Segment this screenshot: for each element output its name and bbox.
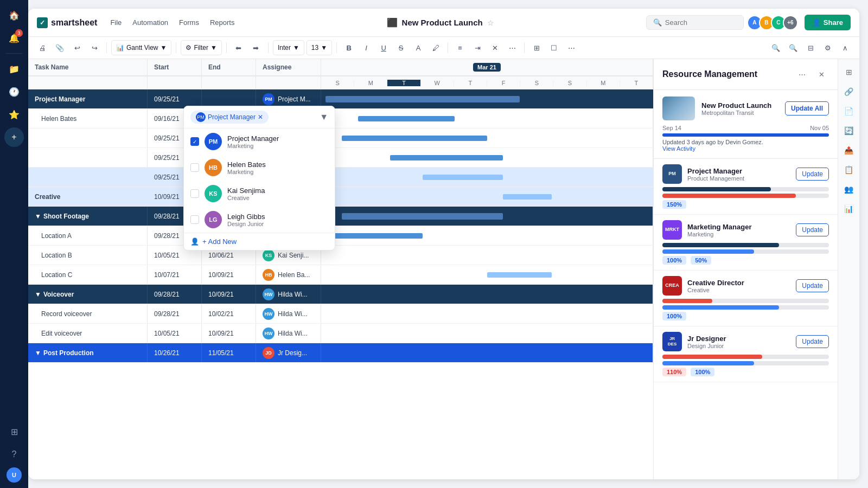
right-icon-doc[interactable]: 📄 (840, 102, 858, 120)
table-row[interactable]: Location A 09/28/21 10/02/21 KS Kai Senj… (28, 226, 653, 246)
print-button[interactable]: 🖨 (35, 40, 50, 55)
underline-button[interactable]: U (376, 40, 391, 55)
bar-fill-pm-2 (662, 194, 796, 198)
list-item[interactable]: HB Helen Bates Marketing (184, 155, 335, 181)
text-align-button[interactable]: ≡ (452, 40, 468, 55)
update-all-button[interactable]: Update All (785, 101, 829, 115)
table-row[interactable]: Location C 10/07/21 10/09/21 HB Helen Ba… (28, 265, 653, 285)
align-left-button[interactable]: ⬅ (231, 40, 246, 55)
collapse-button[interactable]: ⊟ (803, 40, 818, 55)
collapse-panel-button[interactable]: ∧ (838, 40, 853, 55)
grid-icon[interactable]: ⊞ (4, 422, 24, 441)
search-box[interactable]: 🔍 (646, 15, 744, 30)
panel-more-button[interactable]: ⋯ (794, 67, 809, 82)
percent-tag-mrkt-2: 50% (691, 256, 711, 265)
checkbox-3[interactable] (190, 215, 199, 224)
bar-track-mrkt-1 (662, 243, 829, 247)
logo-icon: ✓ (37, 17, 48, 28)
history-icon[interactable]: 🕐 (4, 82, 24, 101)
notifications-icon[interactable]: 🔔 3 (4, 28, 24, 48)
table-row[interactable]: ▼ Post Production 10/26/21 11/05/21 JD J… (28, 343, 653, 363)
table-row[interactable]: ▼ Voiceover 09/28/21 10/09/21 HW Hilda W… (28, 285, 653, 304)
folder-icon[interactable]: 📁 (4, 59, 24, 79)
tag-remove-icon[interactable]: ✕ (258, 113, 263, 121)
content-area: Task Name Start End Assignee Mar 21 (28, 59, 859, 479)
update-button-pm[interactable]: Update (796, 168, 829, 181)
selected-filter-tag[interactable]: PM Project Manager ✕ (190, 111, 269, 124)
right-icon-refresh[interactable]: 🔄 (840, 122, 858, 139)
gantt-view-label: Gantt View (126, 44, 158, 52)
attachment-button[interactable]: 📎 (52, 40, 67, 55)
gantt-view-dropdown[interactable]: 📊 Gantt View ▼ (111, 40, 171, 55)
filter-dropdown[interactable]: ⚙ Filter ▼ (181, 40, 222, 55)
extra-button[interactable]: ⋯ (564, 40, 579, 55)
view-activity-link[interactable]: View Activity (662, 145, 695, 152)
bold-button[interactable]: B (341, 40, 356, 55)
panel-header-actions: ⋯ ✕ (794, 67, 829, 82)
add-new-button[interactable]: 👤 + Add New (184, 233, 335, 250)
cal-day-7: S (520, 80, 553, 86)
list-item[interactable]: ✓ PM Project Manager Marketing (184, 129, 335, 155)
favorite-star-icon[interactable]: ☆ (487, 18, 494, 27)
font-dropdown[interactable]: Inter ▼ (273, 40, 304, 55)
right-icon-book[interactable]: 📋 (840, 161, 858, 178)
table-row[interactable]: Helen Bates 09/16/21 09/18/21 HB Helen B… (28, 109, 653, 129)
zoom-in-button[interactable]: 🔍 (768, 40, 783, 55)
home-icon[interactable]: 🏠 (4, 5, 24, 25)
nav-reports[interactable]: Reports (210, 16, 235, 29)
bar-track-jr-2 (662, 361, 829, 365)
table-row[interactable]: ▼ Shoot Footage 09/28/21 10/09/21 KS Kai… (28, 207, 653, 226)
font-size-dropdown[interactable]: 13 ▼ (307, 40, 332, 55)
table-row[interactable]: Project Manager 09/25/21 PM Project M... (28, 89, 653, 109)
checkbox-1[interactable] (190, 163, 199, 172)
right-icon-grid[interactable]: ⊞ (840, 63, 858, 81)
align-right-button[interactable]: ➡ (248, 40, 264, 55)
panel-close-button[interactable]: ✕ (814, 67, 829, 82)
checkbox-0[interactable]: ✓ (190, 137, 199, 146)
update-button-jr[interactable]: Update (796, 335, 829, 348)
table-row[interactable]: 09/25/21 LG Leigh Gi... (28, 148, 653, 168)
checkbox-2[interactable] (190, 189, 199, 198)
nav-file[interactable]: File (110, 16, 122, 29)
list-item[interactable]: KS Kai Senjima Creative (184, 181, 335, 207)
list-item[interactable]: LG Leigh Gibbs Design Junior (184, 207, 335, 233)
strikethrough-button[interactable]: S (393, 40, 409, 55)
end-column-header: End (202, 59, 256, 75)
project-thumbnail (662, 97, 695, 120)
zoom-out-button[interactable]: 🔍 (786, 40, 801, 55)
font-chevron-icon: ▼ (293, 44, 299, 52)
highlight-button[interactable]: ☐ (546, 40, 561, 55)
add-icon[interactable]: + (4, 127, 24, 147)
table-row[interactable]: Location B 10/05/21 10/06/21 KS Kai Senj… (28, 246, 653, 265)
italic-button[interactable]: I (359, 40, 374, 55)
table-row[interactable]: Edit voiceover 10/05/21 10/09/21 HW Hild… (28, 324, 653, 343)
gantt-column-headers: Task Name Start End Assignee Mar 21 (28, 59, 653, 76)
nav-automation[interactable]: Automation (132, 16, 168, 29)
clear-format-button[interactable]: ✕ (487, 40, 502, 55)
nav-forms[interactable]: Forms (179, 16, 199, 29)
settings-button[interactable]: ⚙ (820, 40, 835, 55)
user-avatar-icon[interactable]: U (7, 467, 22, 483)
search-input[interactable] (665, 18, 730, 27)
table-row[interactable]: Creative 10/09/21 CR Creative... (28, 187, 653, 207)
right-icon-chart[interactable]: 📊 (840, 200, 858, 217)
share-button[interactable]: 👤 Share (805, 15, 851, 30)
resource-item-mrkt: MRKT Marketing Manager Marketing Update (654, 215, 838, 271)
right-icon-export[interactable]: 📤 (840, 142, 858, 159)
text-color-button[interactable]: A (411, 40, 426, 55)
table-row[interactable]: Record voiceover 09/28/21 10/02/21 HW Hi… (28, 304, 653, 324)
indent-button[interactable]: ⇥ (470, 40, 485, 55)
update-button-mrkt[interactable]: Update (796, 223, 829, 236)
undo-button[interactable]: ↩ (69, 40, 85, 55)
redo-button[interactable]: ↪ (87, 40, 102, 55)
star-icon[interactable]: ⭐ (4, 105, 24, 124)
right-icon-link[interactable]: 🔗 (840, 83, 858, 100)
table-row[interactable]: 09/25/21 HB Helen Ba... (28, 129, 653, 148)
right-icon-resource[interactable]: 👥 (840, 181, 858, 198)
highlight-color-button[interactable]: 🖊 (428, 40, 443, 55)
table-row[interactable]: 09/25/21 LG Leigh Gi... (28, 168, 653, 187)
update-button-crea[interactable]: Update (796, 279, 829, 292)
more-format-button[interactable]: ⋯ (505, 40, 520, 55)
help-icon[interactable]: ? (4, 445, 24, 464)
table-button[interactable]: ⊞ (529, 40, 544, 55)
